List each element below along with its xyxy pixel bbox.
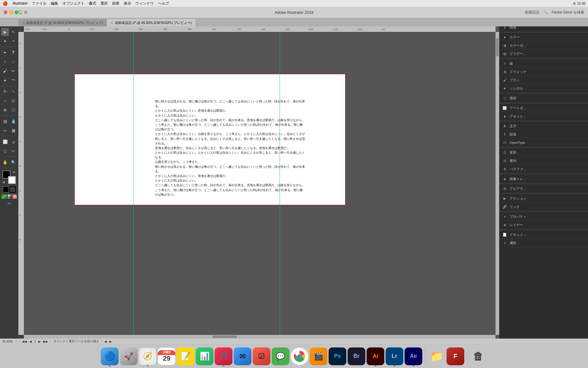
tab-1[interactable]: ✕ 名称未設定-1* @ 50.88% (CMYK/GPU プレビュー): [18, 19, 107, 26]
line-tool[interactable]: /: [1, 58, 9, 66]
rotate-tool[interactable]: ↻: [1, 87, 9, 95]
search-stock-icon[interactable]: 🔍: [543, 10, 548, 14]
page-nav-prev[interactable]: ◀: [29, 340, 32, 343]
document-canvas[interactable]: 情に棹させば流される。智に働けば角が立つ。どこへ越しても住みにくいと悟った時、詩…: [74, 74, 345, 205]
rect-tool[interactable]: □: [9, 58, 17, 66]
panel-item-swatches[interactable]: ⊞ スウォッチ: [499, 68, 588, 76]
layout-icon[interactable]: ⊞: [24, 10, 27, 14]
home-icon[interactable]: 🏠: [18, 10, 23, 14]
panel-item-colorguide[interactable]: ◑ カラーガ...: [499, 41, 588, 50]
panel-item-gradient[interactable]: ▨ グラデー...: [499, 50, 588, 58]
blend-tool[interactable]: ∞: [1, 126, 9, 134]
selection-tool[interactable]: ▶: [1, 28, 9, 36]
dock-trash[interactable]: 🗑: [469, 347, 487, 365]
dock-aftereffects[interactable]: Ae: [405, 347, 422, 365]
dock-filezilla[interactable]: F: [447, 347, 464, 365]
dock-numbers[interactable]: 📊: [196, 347, 213, 365]
panel-item-align[interactable]: ⊟ 整列: [499, 157, 588, 165]
apple-menu[interactable]: 🍎: [2, 1, 8, 6]
dock-chrome[interactable]: [291, 347, 308, 365]
menu-effect[interactable]: 効果: [112, 1, 119, 6]
menu-file[interactable]: ファイル: [32, 1, 47, 6]
panel-item-pathfinder[interactable]: ⊕ パスファ...: [499, 165, 588, 173]
dock-photoshop[interactable]: Ps: [329, 347, 346, 365]
shape-builder-tool[interactable]: ⊕: [1, 106, 9, 114]
perspective-tool[interactable]: ⬡: [9, 106, 17, 114]
dock-calendar[interactable]: 日曜日 29: [158, 347, 175, 365]
none-mode-icon[interactable]: [13, 194, 17, 199]
panel-item-opentype[interactable]: Ot OpenType: [499, 139, 588, 147]
page-nav-next-end[interactable]: ▶▶: [43, 340, 48, 343]
smooth-tool[interactable]: 〜: [9, 76, 17, 84]
scissor-tool[interactable]: ✂: [9, 147, 17, 155]
free-transform-tool[interactable]: ⊡: [9, 97, 17, 105]
panel-item-actions[interactable]: ▶ アクション: [499, 194, 588, 203]
scrollbar-thumb-v[interactable]: [496, 38, 499, 56]
panel-item-artboards[interactable]: ⬜ アートボ...: [499, 104, 588, 112]
panel-item-imagetrace[interactable]: ◈ 画像トレ...: [499, 175, 588, 183]
page-nav-prev-start[interactable]: ◀◀: [22, 340, 27, 343]
fill-box[interactable]: [3, 186, 9, 193]
tab-1-close[interactable]: ✕: [22, 21, 24, 25]
artboard-tool[interactable]: ⬜: [1, 138, 9, 146]
zoom-level[interactable]: 45.93%: [2, 340, 13, 343]
menu-help[interactable]: ヘルプ: [158, 1, 169, 6]
menu-view[interactable]: 表示: [124, 1, 131, 6]
magic-wand-tool[interactable]: ✦: [1, 37, 9, 45]
panel-item-appearance[interactable]: ⊞ アピアラ...: [499, 185, 588, 193]
dock-safari[interactable]: 🧭: [139, 347, 156, 365]
status-arrow-left[interactable]: ◀: [104, 340, 107, 343]
tab-2-close[interactable]: ✕: [111, 21, 113, 25]
close-button[interactable]: [4, 10, 7, 14]
dock-folder[interactable]: 📁: [428, 347, 445, 365]
panel-item-document[interactable]: 📄 ドキュメ...: [499, 231, 588, 239]
panel-item-character[interactable]: A 文字: [499, 122, 588, 130]
canvas-area[interactable]: 情に棹させば流される。智に働けば角が立つ。どこへ越しても住みにくいと悟った時、詩…: [24, 26, 499, 339]
menu-window[interactable]: ウィンドウ: [135, 1, 154, 6]
panel-item-transform[interactable]: ⊡ 変形: [499, 148, 588, 157]
panel-item-layers[interactable]: ◈ レイヤー: [499, 221, 588, 229]
dock-notes[interactable]: 📝: [177, 347, 194, 365]
dock-lightroom[interactable]: Lr: [386, 347, 403, 365]
menu-type[interactable]: 書式: [89, 1, 96, 6]
minimize-button[interactable]: [9, 10, 13, 14]
maximize-button[interactable]: [15, 10, 18, 14]
eraser-tool[interactable]: ◻: [1, 147, 9, 155]
gradient-tool[interactable]: ▨: [1, 117, 9, 125]
color-mode-icon[interactable]: [2, 194, 7, 199]
page-nav-next[interactable]: ▶: [38, 340, 41, 343]
scrollbar-vertical[interactable]: [496, 32, 499, 335]
hand-tool[interactable]: ✋: [1, 158, 9, 166]
panel-item-color[interactable]: ● カラー: [499, 33, 588, 41]
search-stock-field[interactable]: Adobe Stock を検索: [552, 10, 584, 15]
panel-item-properties[interactable]: ≡ プロパティ: [499, 213, 588, 221]
more-tools-button[interactable]: •••: [8, 202, 11, 205]
gradient-mode-icon[interactable]: [8, 194, 12, 199]
dock-mail[interactable]: ✉: [234, 347, 251, 365]
panel-item-assets[interactable]: ◈ アセット...: [499, 112, 588, 121]
panel-item-stroke[interactable]: ≡ 線: [499, 59, 588, 68]
status-arrow-right[interactable]: ▶: [109, 340, 112, 343]
stroke-box[interactable]: [9, 186, 16, 193]
panel-item-symbols[interactable]: ★ シンボル: [499, 84, 588, 93]
panel-item-links[interactable]: 🔗 リンク: [499, 203, 588, 211]
workspace-dropdown[interactable]: 初期設定: [525, 10, 540, 15]
dock-bridge[interactable]: Br: [348, 347, 365, 365]
scale-tool[interactable]: ⤡: [9, 87, 17, 95]
shaper-tool[interactable]: ●: [1, 76, 9, 84]
dock-launchpad[interactable]: 🚀: [120, 347, 138, 365]
panel-item-paragraph[interactable]: ¶ 段落: [499, 130, 588, 139]
eyedropper-tool[interactable]: 💧: [9, 117, 17, 125]
pen-tool[interactable]: ✒: [1, 48, 9, 56]
chart-tool[interactable]: ▦: [9, 126, 17, 134]
zoom-dropdown-icon[interactable]: ▾: [15, 340, 17, 343]
background-color[interactable]: [8, 176, 16, 184]
slice-tool[interactable]: ⊿: [9, 138, 17, 146]
menu-illustrator[interactable]: Illustrator: [13, 1, 28, 6]
dock-vlc[interactable]: 🎬: [310, 347, 327, 365]
panel-item-brushes[interactable]: 🖌 ブラシ: [499, 76, 588, 84]
dock-line[interactable]: 💬: [272, 347, 289, 365]
text-tool[interactable]: T: [9, 48, 17, 56]
menu-edit[interactable]: 編集: [51, 1, 58, 6]
dock-itunes[interactable]: 🎵: [215, 347, 232, 365]
